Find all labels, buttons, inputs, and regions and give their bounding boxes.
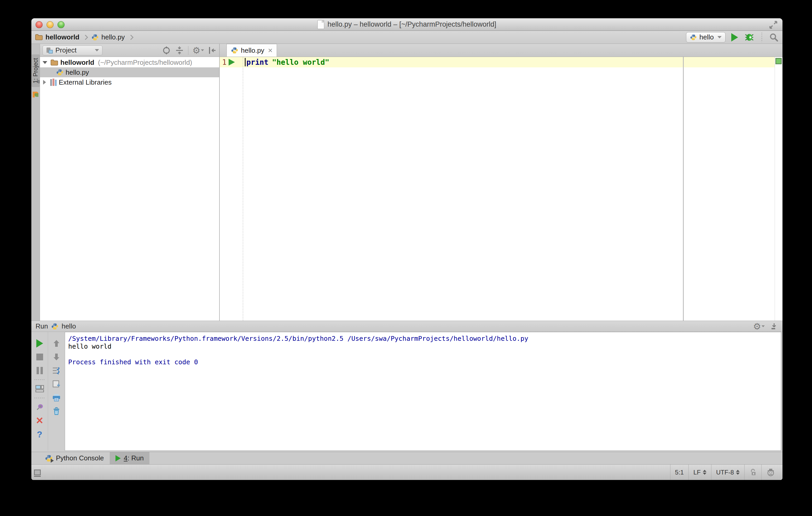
editor-area: hello.py × 1 print "he <box>220 44 782 321</box>
pause-icon <box>36 367 43 374</box>
readonly-widget[interactable] <box>744 464 761 480</box>
zoom-window-button[interactable] <box>57 21 64 28</box>
right-margin-guide <box>683 57 684 321</box>
error-stripe[interactable] <box>775 57 782 321</box>
project-view-label: Project <box>55 46 77 54</box>
tree-root-path: (~/PycharmProjects/helloworld) <box>98 59 192 67</box>
libraries-icon <box>50 79 57 86</box>
hide-panel-icon[interactable] <box>208 46 216 55</box>
scroll-to-end-button[interactable] <box>52 380 61 389</box>
caret-position-widget[interactable]: 5:1 <box>670 464 689 480</box>
collapse-all-icon[interactable] <box>175 46 184 55</box>
clear-console-button[interactable] <box>52 406 61 416</box>
pin-tab-button[interactable] <box>35 402 45 412</box>
editor-tab-bar: hello.py × <box>220 44 782 57</box>
python-console-tab[interactable]: Python Console <box>39 452 110 464</box>
python-file-icon <box>91 34 99 41</box>
updown-icon <box>703 470 706 475</box>
editor-tab-hello-py[interactable]: hello.py × <box>227 44 277 57</box>
scroll-to-end-icon <box>52 380 61 388</box>
soft-wrap-button[interactable] <box>52 366 61 375</box>
hide-toolwindow-icon[interactable] <box>770 322 778 331</box>
project-view-icon <box>46 47 53 54</box>
toolbar-separator <box>34 380 45 380</box>
run-actions-toolbar: ✕ ? <box>31 332 48 451</box>
left-tool-stripe: 1: Project <box>31 44 40 321</box>
close-tab-icon[interactable]: × <box>268 47 273 54</box>
expander-open-icon[interactable] <box>42 61 47 64</box>
run-console-output[interactable]: /System/Library/Frameworks/Python.framew… <box>65 332 781 451</box>
project-toolwindow-tab[interactable]: 1: Project <box>32 54 40 87</box>
pycharm-window: hello.py – helloworld – [~/PycharmProjec… <box>31 18 782 480</box>
run-toolwindow-header[interactable]: Run hello ⚙ <box>31 321 782 332</box>
gutter-run-icon[interactable] <box>229 59 235 65</box>
fullscreen-icon[interactable] <box>769 20 778 29</box>
debug-button[interactable] <box>744 32 755 42</box>
run-configuration-label: hello <box>699 33 714 41</box>
toggle-toolwindow-buttons-icon[interactable] <box>34 469 41 475</box>
run-config-name: hello <box>62 322 76 330</box>
print-button[interactable] <box>52 393 61 402</box>
run-tab[interactable]: 4: Run <box>110 452 150 464</box>
toolbar-separator <box>188 46 188 55</box>
chevron-down-icon <box>95 49 99 52</box>
arrow-down-icon <box>53 353 60 361</box>
status-widgets: 5:1 LF UTF-8 <box>670 464 780 480</box>
console-line-empty <box>68 351 778 358</box>
inspections-widget[interactable] <box>761 464 780 480</box>
inspection-status-icon[interactable] <box>776 58 782 64</box>
stop-button[interactable] <box>35 352 45 362</box>
project-settings-button[interactable]: ⚙ <box>193 46 204 55</box>
chevron-down-icon <box>761 325 765 327</box>
project-tab-mnemonic: 1 <box>32 80 39 83</box>
help-button[interactable]: ? <box>35 430 45 439</box>
encoding-widget[interactable]: UTF-8 <box>711 464 744 480</box>
editor-content[interactable]: 1 print "hello world" <box>220 57 782 321</box>
close-window-button[interactable] <box>35 21 42 28</box>
breadcrumb-project[interactable]: helloworld <box>46 33 80 41</box>
trash-icon <box>53 407 60 416</box>
restore-layout-button[interactable] <box>35 384 45 394</box>
prev-occurrence-button[interactable] <box>52 339 61 348</box>
expander-closed-icon[interactable] <box>43 80 46 85</box>
python-console-icon <box>45 454 53 462</box>
breadcrumb-file[interactable]: hello.py <box>102 33 125 41</box>
run-settings-button[interactable]: ⚙ <box>753 322 765 331</box>
main-content: 1: Project Project <box>31 44 782 321</box>
console-line: hello world <box>68 343 778 351</box>
chevron-right-icon <box>128 35 134 40</box>
run-toolwindow-title: Run <box>35 322 48 330</box>
line-separator-widget[interactable]: LF <box>689 464 711 480</box>
code-line-1[interactable]: print "hello world" <box>245 57 329 67</box>
tree-row-project-root[interactable]: helloworld (~/PycharmProjects/helloworld… <box>40 57 219 67</box>
minimize-window-button[interactable] <box>47 21 54 28</box>
updown-icon <box>736 470 740 475</box>
next-occurrence-button[interactable] <box>52 352 61 362</box>
document-icon <box>317 20 324 29</box>
code-string: "hello world" <box>272 58 329 67</box>
rerun-button[interactable] <box>35 339 45 348</box>
pause-button[interactable] <box>35 366 45 375</box>
python-console-tab-label: Python Console <box>56 454 104 462</box>
toolbar-separator <box>34 398 45 398</box>
close-toolwindow-button[interactable]: ✕ <box>35 416 45 425</box>
python-file-icon <box>56 69 63 76</box>
run-toolwindow: Run hello ⚙ <box>31 321 782 452</box>
project-tree: helloworld (~/PycharmProjects/helloworld… <box>40 57 219 321</box>
run-header-toolbar: ⚙ <box>753 322 778 331</box>
chevron-right-icon <box>83 35 88 40</box>
restore-layout-icon <box>35 385 44 393</box>
folder-icon <box>35 34 43 40</box>
gutter-separator <box>243 57 243 321</box>
locate-file-icon[interactable] <box>162 46 171 55</box>
console-line: Process finished with exit code 0 <box>68 358 778 366</box>
help-icon: ? <box>37 430 42 439</box>
run-button[interactable] <box>731 33 738 41</box>
run-configuration-select[interactable]: hello <box>686 32 726 42</box>
project-view-select[interactable]: Project <box>42 45 103 55</box>
search-icon[interactable] <box>769 32 779 42</box>
line-number: 1 <box>221 58 227 67</box>
tree-row-external-libraries[interactable]: External Libraries <box>40 77 219 87</box>
tree-row-hello-py[interactable]: hello.py <box>40 67 219 77</box>
window-titlebar[interactable]: hello.py – helloworld – [~/PycharmProjec… <box>31 18 782 31</box>
